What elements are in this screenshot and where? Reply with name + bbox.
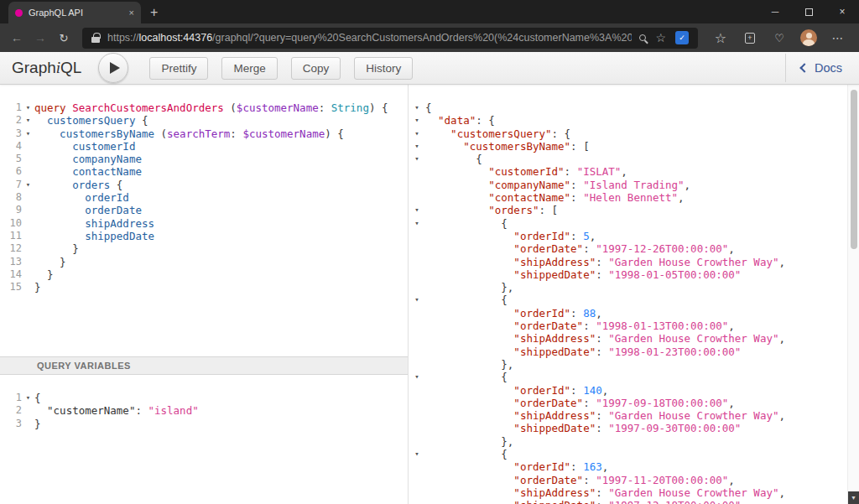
favorites-icon[interactable]: ☆ xyxy=(710,27,731,49)
result-line[interactable]: "shippedDate": "1997-12-18T00:00:00" xyxy=(409,499,859,504)
variables-editor[interactable]: 1▾{2 "customerName": "island"3} xyxy=(0,375,408,504)
query-line[interactable]: 11 shippedDate xyxy=(0,230,408,242)
result-line[interactable]: "orderId": 140, xyxy=(409,384,859,397)
result-line[interactable]: ▾ { xyxy=(409,448,859,460)
query-line[interactable]: 1▾query SearchCustomersAndOrders ($custo… xyxy=(0,101,408,114)
result-line[interactable]: "orderDate": "1998-01-13T00:00:00", xyxy=(409,320,859,332)
minimize-button[interactable]: ─ xyxy=(758,0,792,23)
result-line[interactable]: ▾{ xyxy=(409,101,859,114)
result-line[interactable]: "orderDate": "1997-12-26T00:00:00", xyxy=(409,242,859,255)
refresh-button[interactable]: ↻ xyxy=(52,26,75,49)
fold-arrow-icon[interactable]: ▾ xyxy=(409,127,425,140)
fold-arrow-icon[interactable]: ▾ xyxy=(22,127,34,140)
query-editor[interactable]: 1▾query SearchCustomersAndOrders ($custo… xyxy=(0,85,408,356)
fold-gutter xyxy=(409,281,425,294)
fold-arrow-icon[interactable]: ▾ xyxy=(409,140,425,153)
query-variables-header[interactable]: QUERY VARIABLES xyxy=(0,356,408,375)
query-line[interactable]: 15} xyxy=(0,281,408,294)
browser-essentials-icon[interactable]: ♡ xyxy=(768,27,790,49)
url-text[interactable]: https://localhost:44376/graphql/?query=q… xyxy=(107,32,632,44)
result-line[interactable]: }, xyxy=(409,281,859,294)
history-button[interactable]: History xyxy=(354,57,413,80)
back-button[interactable]: ← xyxy=(5,26,29,49)
zoom-icon[interactable] xyxy=(639,34,646,41)
code-text: contactName xyxy=(34,165,142,178)
fold-arrow-icon[interactable]: ▾ xyxy=(409,153,425,165)
fold-arrow-icon[interactable]: ▾ xyxy=(22,114,34,127)
fold-arrow-icon[interactable]: ▾ xyxy=(409,448,425,460)
query-line[interactable]: 2▾ customersQuery { xyxy=(0,114,408,127)
fold-arrow-icon[interactable]: ▾ xyxy=(409,114,425,127)
forward-button[interactable]: → xyxy=(29,26,52,49)
docs-toggle[interactable]: Docs xyxy=(785,54,847,82)
favorite-star-icon[interactable]: ☆ xyxy=(655,32,666,44)
variables-line[interactable]: 2 "customerName": "island" xyxy=(0,404,408,417)
result-line[interactable]: }, xyxy=(409,358,859,371)
result-line[interactable]: "orderId": 163, xyxy=(409,460,859,473)
query-line[interactable]: 10 shipAddress xyxy=(0,217,408,230)
result-line[interactable]: "shippedDate": "1998-01-23T00:00:00" xyxy=(409,346,859,358)
result-line[interactable]: ▾ "customersQuery": { xyxy=(409,127,859,140)
fold-arrow-icon[interactable]: ▾ xyxy=(22,101,34,114)
variables-line[interactable]: 1▾{ xyxy=(0,392,408,404)
result-line[interactable]: ▾ "orders": [ xyxy=(409,204,859,216)
merge-button[interactable]: Merge xyxy=(221,57,277,80)
fold-arrow-icon[interactable]: ▾ xyxy=(409,217,425,230)
avatar xyxy=(800,29,817,46)
new-tab-button[interactable]: + xyxy=(141,2,167,23)
result-line[interactable]: ▾ { xyxy=(409,294,859,306)
result-line[interactable]: "shipAddress": "Garden House Crowther Wa… xyxy=(409,486,859,499)
result-line[interactable]: "orderDate": "1997-09-18T00:00:00", xyxy=(409,397,859,409)
address-bar[interactable]: https://localhost:44376/graphql/?query=q… xyxy=(82,28,698,49)
collections-icon[interactable]: + xyxy=(739,27,761,49)
close-button[interactable]: × xyxy=(825,0,859,23)
profile-avatar[interactable] xyxy=(798,27,820,49)
result-line[interactable]: "shipAddress": "Garden House Crowther Wa… xyxy=(409,409,859,422)
result-line[interactable]: "orderId": 5, xyxy=(409,230,859,242)
fold-arrow-icon[interactable]: ▾ xyxy=(22,392,34,404)
fold-arrow-icon[interactable]: ▾ xyxy=(409,371,425,383)
result-line[interactable]: "companyName": "Island Trading", xyxy=(409,179,859,191)
result-line[interactable]: "shippedDate": "1998-01-05T00:00:00" xyxy=(409,268,859,281)
scroll-down-button[interactable]: ▼ xyxy=(848,491,859,504)
query-line[interactable]: 12 } xyxy=(0,242,408,255)
result-line[interactable]: ▾ "data": { xyxy=(409,114,859,127)
result-line[interactable]: ▾ { xyxy=(409,217,859,230)
result-line[interactable]: "orderDate": "1997-11-20T00:00:00", xyxy=(409,474,859,486)
fold-arrow-icon[interactable]: ▾ xyxy=(409,294,425,306)
prettify-button[interactable]: Prettify xyxy=(149,57,208,80)
query-line[interactable]: 3▾ customersByName (searchTerm: $custome… xyxy=(0,127,408,140)
copy-button[interactable]: Copy xyxy=(291,57,341,80)
result-line[interactable]: "customerId": "ISLAT", xyxy=(409,165,859,178)
result-line[interactable]: "shippedDate": "1997-09-30T00:00:00" xyxy=(409,422,859,434)
result-line[interactable]: "orderId": 88, xyxy=(409,307,859,320)
extension-icon[interactable]: ✓ xyxy=(675,31,689,44)
query-line[interactable]: 14 } xyxy=(0,268,408,281)
result-line[interactable]: ▾ "customersByName": [ xyxy=(409,140,859,153)
result-line[interactable]: ▾ { xyxy=(409,153,859,165)
query-line[interactable]: 5 companyName xyxy=(0,153,408,165)
execute-query-button[interactable] xyxy=(98,53,128,83)
result-line[interactable]: }, xyxy=(409,435,859,448)
query-line[interactable]: 7▾ orders { xyxy=(0,179,408,191)
result-line[interactable]: "contactName": "Helen Bennett", xyxy=(409,191,859,204)
tab-close-icon[interactable]: × xyxy=(129,8,134,18)
query-line[interactable]: 13 } xyxy=(0,256,408,268)
query-line[interactable]: 8 orderId xyxy=(0,191,408,204)
result-line[interactable]: ▾ { xyxy=(409,371,859,383)
result-line[interactable]: "shipAddress": "Garden House Crowther Wa… xyxy=(409,256,859,268)
more-menu-icon[interactable]: ⋯ xyxy=(827,27,849,49)
fold-arrow-icon[interactable]: ▾ xyxy=(409,101,425,114)
variables-line[interactable]: 3} xyxy=(0,418,408,430)
query-line[interactable]: 6 contactName xyxy=(0,165,408,178)
maximize-button[interactable] xyxy=(792,0,825,23)
scrollbar-thumb[interactable] xyxy=(851,90,857,249)
query-line[interactable]: 9 orderDate xyxy=(0,204,408,216)
result-scrollbar[interactable]: ▼ xyxy=(847,85,859,504)
result-line[interactable]: "shipAddress": "Garden House Crowther Wa… xyxy=(409,332,859,345)
fold-arrow-icon[interactable]: ▾ xyxy=(22,179,34,191)
fold-arrow-icon[interactable]: ▾ xyxy=(409,204,425,216)
result-viewer[interactable]: ▾{▾ "data": {▾ "customersQuery": {▾ "cus… xyxy=(409,101,859,504)
query-line[interactable]: 4 customerId xyxy=(0,140,408,153)
browser-tab[interactable]: GraphQL API × xyxy=(8,2,141,23)
